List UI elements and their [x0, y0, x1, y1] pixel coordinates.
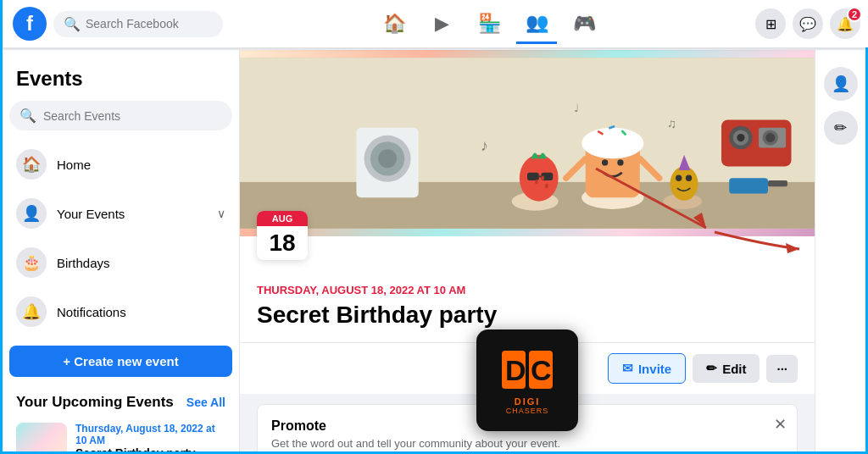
nav-notifications-button[interactable]: 🔔 2: [830, 8, 860, 39]
upcoming-events-section: Your Upcoming Events See All Thursday, A…: [9, 387, 232, 454]
promote-description: Get the word out and tell your community…: [271, 437, 783, 450]
top-navigation: f 🔍 🏠 ▶ 🏪 👥 🎮 ⊞ 💬 🔔 2: [3, 0, 868, 47]
cake-icon: 🎂: [16, 247, 47, 278]
digi-sub-text: CHASERS: [506, 407, 549, 415]
sidebar-item-home[interactable]: 🏠 Home: [9, 141, 232, 188]
search-input[interactable]: [86, 17, 213, 30]
home-icon: 🏠: [16, 149, 47, 180]
chevron-down-icon: ∨: [217, 207, 225, 220]
svg-text:D: D: [505, 354, 526, 386]
svg-point-29: [670, 166, 698, 200]
notification-badge: 2: [847, 7, 862, 22]
nav-marketplace-button[interactable]: 🏪: [469, 3, 509, 44]
create-event-button[interactable]: + Create new event: [9, 346, 232, 377]
search-icon: 🔍: [64, 16, 81, 32]
digi-logo-svg: D C: [498, 346, 557, 393]
invite-icon: ✉: [622, 361, 633, 376]
see-all-upcoming[interactable]: See All: [186, 396, 225, 409]
search-bar-container: 🔍: [53, 11, 223, 37]
date-badge-day: 18: [257, 226, 308, 260]
invite-button[interactable]: ✉ Invite: [608, 353, 686, 384]
bell-icon: 🔔: [16, 296, 47, 327]
compose-icon-right[interactable]: ✏: [824, 111, 858, 145]
person-icon: 👤: [16, 198, 47, 229]
svg-point-30: [676, 175, 682, 181]
nav-icons-center: 🏠 ▶ 🏪 👥 🎮: [223, 3, 755, 44]
event-name-small: Secret Birthday party: [75, 446, 225, 454]
nav-messenger-button[interactable]: 💬: [793, 8, 823, 39]
sidebar-search-icon: 🔍: [19, 108, 36, 124]
promote-close-button[interactable]: ✕: [774, 415, 787, 434]
event-details-section: AUG 18 THURSDAY, AUGUST 18, 2022 AT 10 A…: [240, 236, 815, 342]
svg-point-38: [378, 149, 397, 168]
svg-point-26: [541, 175, 544, 180]
sidebar-search-container: 🔍: [9, 101, 232, 130]
event-thumbnail: [16, 423, 67, 454]
svg-text:♩: ♩: [574, 102, 579, 114]
main-layout: Events 🔍 🏠 Home 👤 Your Events ∨ 🎂 Birthd…: [3, 50, 865, 454]
sidebar-search-input[interactable]: [43, 109, 222, 123]
upcoming-title: Your Upcoming Events: [16, 394, 174, 411]
nav-home-button[interactable]: 🏠: [374, 3, 415, 44]
sidebar-item-notifications[interactable]: 🔔 Notifications: [9, 288, 232, 335]
sidebar-your-events-label: Your Events: [57, 207, 207, 221]
sidebar-home-label: Home: [57, 158, 225, 172]
svg-text:♫: ♫: [667, 117, 676, 130]
svg-text:C: C: [531, 354, 552, 386]
digichasers-logo: D C DIGI CHASERS: [476, 329, 578, 431]
nav-gaming-button[interactable]: 🎮: [564, 3, 604, 44]
sidebar: Events 🔍 🏠 Home 👤 Your Events ∨ 🎂 Birthd…: [3, 50, 240, 454]
svg-text:♪: ♪: [481, 136, 488, 154]
svg-point-25: [535, 180, 538, 184]
sidebar-title: Events: [9, 60, 232, 101]
nav-right-buttons: ⊞ 💬 🔔 2: [755, 8, 860, 39]
event-date-small: Thursday, August 18, 2022 at 10 AM: [75, 423, 225, 446]
svg-point-27: [545, 184, 548, 188]
sidebar-item-your-events[interactable]: 👤 Your Events ∨: [9, 190, 232, 237]
main-content: ♪ ♫ ♩: [240, 50, 815, 454]
svg-rect-22: [527, 173, 539, 180]
sidebar-notifications-label: Notifications: [57, 305, 225, 319]
svg-point-17: [617, 159, 623, 165]
event-title: Secret Birthday party: [257, 302, 798, 329]
upcoming-event-item[interactable]: Thursday, August 18, 2022 at 10 AM Secre…: [16, 418, 225, 454]
sidebar-item-birthdays[interactable]: 🎂 Birthdays: [9, 239, 232, 286]
svg-point-16: [602, 159, 608, 165]
edit-icon: ✏: [706, 361, 717, 376]
edit-button[interactable]: ✏ Edit: [693, 354, 760, 383]
nav-grid-button[interactable]: ⊞: [755, 8, 786, 39]
svg-point-31: [686, 175, 692, 181]
facebook-logo[interactable]: f: [13, 7, 47, 41]
right-panel: 👤 ✏: [815, 50, 865, 454]
date-badge: AUG 18: [257, 211, 308, 260]
nav-groups-button[interactable]: 👥: [516, 3, 557, 44]
event-datetime: THURSDAY, AUGUST 18, 2022 AT 10 AM: [257, 284, 798, 296]
date-badge-month: AUG: [257, 211, 308, 226]
digichasers-overlay: D C DIGI CHASERS: [476, 329, 578, 431]
sidebar-birthdays-label: Birthdays: [57, 256, 225, 270]
svg-rect-39: [729, 178, 768, 193]
profile-icon-right[interactable]: 👤: [824, 67, 858, 101]
upcoming-section-header: Your Upcoming Events See All: [16, 394, 225, 411]
cover-illustration: ♪ ♫ ♩: [240, 50, 815, 236]
digi-brand-text: DIGI: [515, 396, 541, 407]
event-cover-image: ♪ ♫ ♩: [240, 50, 815, 236]
svg-point-6: [737, 134, 744, 141]
event-info: Thursday, August 18, 2022 at 10 AM Secre…: [75, 423, 225, 454]
more-options-button[interactable]: ···: [766, 355, 798, 383]
svg-rect-40: [768, 180, 787, 186]
nav-video-button[interactable]: ▶: [421, 3, 462, 44]
svg-point-9: [765, 133, 775, 142]
